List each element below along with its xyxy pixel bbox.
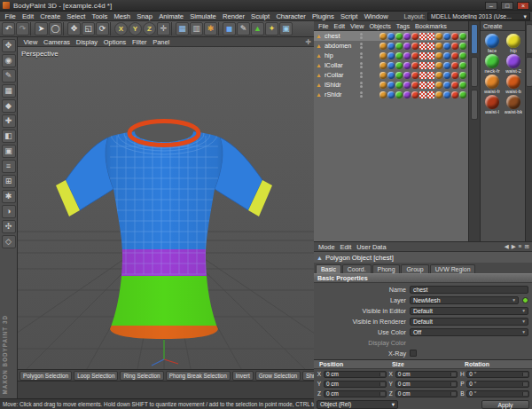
material-sphere[interactable]	[485, 75, 499, 89]
tool-icon[interactable]: ▣	[2, 145, 16, 158]
viewport-menu-item[interactable]: View	[20, 38, 41, 46]
toolbar-icon[interactable]: ▦	[176, 22, 189, 35]
visibility-dots[interactable]	[360, 72, 363, 78]
object-row[interactable]: ▲ lShldr	[314, 80, 468, 90]
attribute-tab[interactable]: Phong	[372, 264, 401, 273]
menu-item[interactable]: Create	[37, 12, 64, 20]
object-name[interactable]: lCollar	[325, 61, 358, 69]
polygon-object-icon[interactable]: ▲	[316, 33, 323, 40]
menu-item[interactable]: Snap	[134, 12, 156, 20]
toolbar-icon[interactable]: ✱	[204, 22, 217, 35]
render-visibility-dot[interactable]	[360, 85, 363, 88]
material-tag-icon[interactable]	[387, 82, 395, 89]
section-header[interactable]: Basic Properties	[314, 273, 532, 283]
material-tag-icon[interactable]	[379, 72, 387, 79]
panel-tab[interactable]	[526, 57, 532, 87]
toolbar-icon[interactable]: ◱	[82, 22, 95, 35]
layer-color-swatch[interactable]	[522, 297, 528, 303]
material-item[interactable]: waist-l	[483, 95, 502, 114]
tool-icon[interactable]: ◉	[2, 54, 16, 67]
menu-item[interactable]: Animate	[156, 12, 187, 20]
material-tag-icon[interactable]	[379, 82, 387, 89]
object-name[interactable]: lShldr	[325, 81, 358, 89]
material-tag-icon[interactable]	[387, 52, 395, 59]
material-tag-icon[interactable]	[395, 82, 403, 89]
toolbar-icon[interactable]: ↷	[16, 22, 29, 35]
attribute-tab[interactable]: Coord.	[342, 264, 372, 273]
toolbar-icon[interactable]: X	[114, 22, 128, 35]
material-tag-icon[interactable]	[403, 62, 411, 69]
tool-icon[interactable]: ✱	[2, 190, 16, 203]
material-tag-icon[interactable]	[411, 33, 419, 40]
material-tag-icon[interactable]	[443, 52, 450, 59]
material-tag-icon[interactable]	[451, 62, 458, 69]
coordinate-mode-select[interactable]: Object (Rel) ▾	[317, 400, 398, 409]
selection-tab[interactable]: Loop Selection	[74, 371, 118, 381]
property-control[interactable]: Default ▾	[410, 318, 528, 326]
material-sphere[interactable]	[506, 95, 520, 109]
apply-button[interactable]: Apply	[481, 400, 529, 409]
tool-icon[interactable]: ≡	[2, 160, 16, 173]
object-name[interactable]: hip	[325, 51, 358, 59]
material-tag-icon[interactable]	[451, 43, 458, 50]
texture-tag-icon[interactable]	[419, 33, 426, 40]
material-tag-icon[interactable]	[379, 33, 387, 40]
texture-tag-icon[interactable]	[427, 52, 434, 59]
editor-visibility-dot[interactable]	[360, 82, 363, 84]
material-tag-icon[interactable]	[459, 43, 466, 50]
material-tag-icon[interactable]	[387, 91, 395, 98]
toolbar-icon[interactable]: ◯	[49, 22, 62, 35]
material-tag-icon[interactable]	[435, 72, 442, 79]
object-row[interactable]: ▲ abdomen	[314, 41, 468, 51]
viewport-label[interactable]: Perspective	[21, 50, 59, 58]
object-row[interactable]: ▲ lCollar	[314, 60, 468, 70]
material-tag-icon[interactable]	[403, 82, 411, 89]
material-tag-icon[interactable]	[435, 52, 442, 59]
toolbar-icon[interactable]: ▥	[190, 22, 203, 35]
viewport-menu-item[interactable]: Display	[73, 38, 100, 46]
material-tag-icon[interactable]	[451, 33, 458, 40]
material-tag-icon[interactable]	[387, 33, 395, 40]
polygon-object-icon[interactable]: ▲	[316, 91, 323, 98]
toolbar-icon[interactable]: Y	[129, 22, 142, 35]
material-item[interactable]: hip	[505, 34, 523, 53]
panel-tab[interactable]	[526, 24, 532, 54]
editor-visibility-dot[interactable]	[360, 33, 363, 35]
material-tag-icon[interactable]	[459, 82, 466, 89]
polygon-object-icon[interactable]: ▲	[316, 52, 323, 59]
toolbar-icon[interactable]: ◼	[223, 22, 236, 35]
menu-item[interactable]: Tools	[89, 12, 111, 20]
toolbar-icon[interactable]: ✎	[237, 22, 250, 35]
material-tag-icon[interactable]	[443, 82, 450, 89]
material-tag-icon[interactable]	[443, 33, 450, 40]
material-tag-icon[interactable]	[387, 62, 395, 69]
tool-icon[interactable]: ✥	[2, 39, 16, 52]
material-tag-icon[interactable]	[451, 52, 458, 59]
material-tag-icon[interactable]	[443, 62, 450, 69]
mode-menu-item[interactable]: User Data	[355, 243, 387, 251]
object-name[interactable]: abdomen	[325, 42, 358, 50]
material-tag-icon[interactable]	[459, 62, 466, 69]
mode-bar-icon[interactable]: ▶	[512, 243, 516, 250]
editor-visibility-dot[interactable]	[360, 91, 363, 94]
position-field[interactable]: 0 cm	[324, 381, 387, 388]
toolbar-icon[interactable]: ✥	[67, 22, 81, 35]
object-manager-menu-item[interactable]: Bookmarks	[412, 22, 450, 30]
texture-tag-icon[interactable]	[427, 43, 434, 50]
maximize-button[interactable]: □	[501, 2, 513, 10]
render-visibility-dot[interactable]	[360, 95, 363, 98]
object-manager-menu-item[interactable]: Objects	[366, 22, 393, 30]
object-row[interactable]: ▲ rCollar	[314, 70, 468, 80]
menu-item[interactable]: Edit	[19, 12, 36, 20]
toolbar-icon[interactable]: |	[63, 22, 66, 35]
polygon-object-icon[interactable]: ▲	[316, 72, 323, 79]
material-item[interactable]: waist-bk	[505, 95, 523, 114]
object-manager-menu-item[interactable]: File	[316, 22, 332, 30]
texture-tag-icon[interactable]	[427, 82, 434, 89]
material-tag-icon[interactable]	[435, 33, 442, 40]
material-sphere[interactable]	[485, 54, 499, 68]
toolbar-icon[interactable]: ↶	[2, 22, 15, 35]
visibility-dots[interactable]	[360, 91, 363, 98]
material-tag-icon[interactable]	[387, 43, 395, 50]
material-item[interactable]: waist-fr	[483, 75, 502, 94]
